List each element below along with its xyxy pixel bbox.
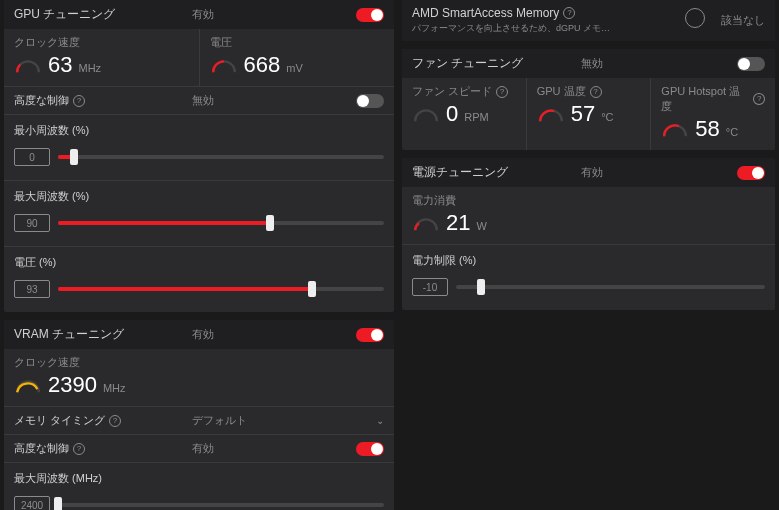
gauge-arc-icon (661, 120, 689, 140)
power-draw-gauge: 電力消費 21 W (402, 187, 775, 244)
vram-tuning-state: 有効 (192, 327, 356, 342)
vram-timing-state: デフォルト (192, 413, 376, 428)
gpu-temp-unit: °C (601, 111, 613, 123)
vram-timing-row[interactable]: メモリ タイミング? デフォルト ⌄ (4, 406, 394, 434)
gpu-hotspot-label: GPU Hotspot 温度 (661, 84, 749, 114)
gpu-min-freq-input[interactable]: 0 (14, 148, 50, 166)
info-icon[interactable]: ? (73, 95, 85, 107)
power-tuning-title: 電源チューニング (412, 164, 581, 181)
info-icon[interactable]: ? (73, 443, 85, 455)
gauge-arc-icon (412, 214, 440, 234)
memory-chip-icon (685, 8, 705, 28)
vram-advanced-state: 有効 (192, 441, 356, 456)
gpu-advanced-toggle[interactable] (356, 94, 384, 108)
power-limit-block: 電力制限 (%) -10 (402, 244, 775, 310)
gpu-tuning-card: GPU チューニング 有効 クロック速度 63 MHz 電圧 668 mV (4, 0, 394, 312)
gpu-hotspot-unit: °C (726, 126, 738, 138)
gpu-clock-label: クロック速度 (14, 35, 80, 50)
gpu-min-freq-slider[interactable] (58, 155, 384, 159)
fan-tuning-title: ファン チューニング (412, 55, 581, 72)
power-limit-title: 電力制限 (%) (412, 253, 765, 268)
power-tuning-header: 電源チューニング 有効 (402, 158, 775, 187)
fan-tuning-card: ファン チューニング 無効 ファン スピード? 0 RPM GPU 温度? 57… (402, 49, 775, 150)
power-limit-slider[interactable] (456, 285, 765, 289)
sam-desc: パフォーマンスを向上させるため、dGPU メモ… (412, 22, 675, 35)
fan-tuning-state: 無効 (581, 56, 737, 71)
sam-title: AMD SmartAccess Memory (412, 6, 559, 20)
gauge-arc-icon (14, 376, 42, 396)
vram-clock-unit: MHz (103, 382, 126, 394)
gpu-clock-unit: MHz (78, 62, 101, 74)
gpu-tuning-state: 有効 (192, 7, 356, 22)
power-gauge-row: 電力消費 21 W (402, 187, 775, 244)
vram-tuning-header: VRAM チューニング 有効 (4, 320, 394, 349)
gpu-voltage-label: 電圧 (210, 35, 232, 50)
gpu-voltage-gauge: 電圧 668 mV (199, 29, 395, 86)
gpu-max-freq-block: 最大周波数 (%) 90 (4, 180, 394, 246)
power-tuning-state: 有効 (581, 165, 737, 180)
gpu-voltage-unit: mV (286, 62, 303, 74)
power-tuning-card: 電源チューニング 有効 電力消費 21 W 電力制限 (%) -10 (402, 158, 775, 310)
fan-tuning-toggle[interactable] (737, 57, 765, 71)
power-limit-input[interactable]: -10 (412, 278, 448, 296)
vram-tuning-toggle[interactable] (356, 328, 384, 342)
gauge-arc-icon (537, 105, 565, 125)
gpu-max-freq-slider[interactable] (58, 221, 384, 225)
gpu-tuning-header: GPU チューニング 有効 (4, 0, 394, 29)
info-icon[interactable]: ? (753, 93, 765, 105)
gpu-clock-gauge: クロック速度 63 MHz (4, 29, 199, 86)
vram-advanced-label: 高度な制御 (14, 442, 69, 454)
vram-timing-label: メモリ タイミング (14, 414, 105, 426)
power-draw-label: 電力消費 (412, 193, 456, 208)
gpu-max-freq-title: 最大周波数 (%) (14, 189, 384, 204)
gpu-tuning-toggle[interactable] (356, 8, 384, 22)
info-icon[interactable]: ? (109, 415, 121, 427)
info-icon[interactable]: ? (563, 7, 575, 19)
gpu-tuning-title: GPU チューニング (14, 6, 192, 23)
gpu-advanced-label: 高度な制御 (14, 94, 69, 106)
gpu-voltage-slider[interactable] (58, 287, 384, 291)
vram-max-freq-title: 最大周波数 (MHz) (14, 471, 384, 486)
gpu-voltage-input[interactable]: 93 (14, 280, 50, 298)
vram-advanced-toggle[interactable] (356, 442, 384, 456)
fan-speed-unit: RPM (464, 111, 488, 123)
gpu-temp-gauge: GPU 温度? 57 °C (526, 78, 651, 150)
vram-clock-label: クロック速度 (14, 355, 80, 370)
fan-tuning-header: ファン チューニング 無効 (402, 49, 775, 78)
vram-max-freq-block: 最大周波数 (MHz) 2400 (4, 462, 394, 510)
fan-speed-gauge: ファン スピード? 0 RPM (402, 78, 526, 150)
gpu-advanced-state: 無効 (192, 93, 356, 108)
vram-clock-gauge: クロック速度 2390 MHz (4, 349, 394, 406)
vram-tuning-title: VRAM チューニング (14, 326, 192, 343)
smartaccess-card: AMD SmartAccess Memory? パフォーマンスを向上させるため、… (402, 0, 775, 41)
gpu-voltage-title: 電圧 (%) (14, 255, 384, 270)
gpu-min-freq-title: 最小周波数 (%) (14, 123, 384, 138)
vram-advanced-row: 高度な制御? 有効 (4, 434, 394, 462)
gauge-arc-icon (210, 56, 238, 76)
gpu-temp-label: GPU 温度 (537, 84, 586, 99)
vram-max-freq-input[interactable]: 2400 (14, 496, 50, 510)
power-tuning-toggle[interactable] (737, 166, 765, 180)
gpu-max-freq-input[interactable]: 90 (14, 214, 50, 232)
gpu-voltage-value: 668 (244, 54, 281, 76)
gauge-arc-icon (14, 56, 42, 76)
fan-speed-label: ファン スピード (412, 84, 492, 99)
gpu-temp-value: 57 (571, 103, 595, 125)
info-icon[interactable]: ? (496, 86, 508, 98)
gauge-arc-icon (412, 105, 440, 125)
vram-clock-value: 2390 (48, 374, 97, 396)
sam-status: 該当なし (721, 13, 765, 28)
gpu-gauge-row: クロック速度 63 MHz 電圧 668 mV (4, 29, 394, 86)
chevron-down-icon: ⌄ (376, 415, 384, 426)
power-draw-value: 21 (446, 212, 470, 234)
gpu-hotspot-gauge: GPU Hotspot 温度? 58 °C (650, 78, 775, 150)
vram-tuning-card: VRAM チューニング 有効 クロック速度 2390 MHz メモリ タイミング… (4, 320, 394, 510)
fan-gauge-row: ファン スピード? 0 RPM GPU 温度? 57 °C GPU Hotspo… (402, 78, 775, 150)
gpu-hotspot-value: 58 (695, 118, 719, 140)
gpu-clock-value: 63 (48, 54, 72, 76)
gpu-voltage-block: 電圧 (%) 93 (4, 246, 394, 312)
gpu-advanced-row: 高度な制御? 無効 (4, 86, 394, 114)
vram-max-freq-slider[interactable] (58, 503, 384, 507)
fan-speed-value: 0 (446, 103, 458, 125)
info-icon[interactable]: ? (590, 86, 602, 98)
